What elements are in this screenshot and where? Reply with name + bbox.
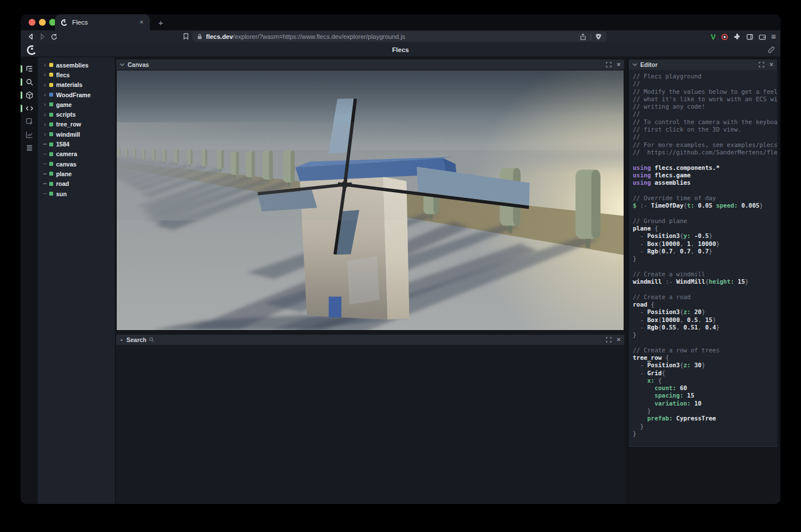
code-line bbox=[633, 263, 778, 270]
forward-button[interactable] bbox=[37, 33, 48, 41]
entity-kind-square bbox=[49, 142, 53, 146]
traffic-close-button[interactable] bbox=[29, 19, 35, 26]
code-line: // Create a road bbox=[633, 293, 778, 301]
brave-shield-icon[interactable] bbox=[595, 33, 602, 41]
tool-stats-icon[interactable] bbox=[21, 128, 38, 141]
traffic-minimize-button[interactable] bbox=[39, 19, 46, 26]
code-line: } bbox=[633, 255, 778, 263]
tree-shade bbox=[592, 170, 601, 239]
tree-item-road[interactable]: road bbox=[38, 179, 115, 189]
tree-item-plane[interactable]: plane bbox=[38, 169, 115, 178]
tree-item-canvas[interactable]: canvas bbox=[38, 159, 115, 169]
entity-kind-square bbox=[49, 73, 53, 77]
link-icon[interactable] bbox=[767, 46, 775, 54]
tool-log-icon[interactable] bbox=[21, 141, 38, 154]
tree-item-assemblies[interactable]: ›assemblies bbox=[38, 60, 115, 70]
canvas-panel-header[interactable]: Canvas ✕ bbox=[116, 59, 624, 70]
tree-item-flecs[interactable]: ›flecs bbox=[38, 70, 115, 80]
tree-item-materials[interactable]: ›materials bbox=[38, 80, 115, 90]
chevron-down-icon[interactable] bbox=[632, 63, 637, 66]
vimium-extension-icon[interactable]: V bbox=[711, 33, 716, 41]
url-domain: flecs.dev bbox=[206, 33, 233, 40]
tree-item-sun[interactable]: sun bbox=[38, 189, 115, 198]
sidebar-toggle-icon[interactable] bbox=[183, 33, 189, 40]
tree-item-game[interactable]: ›game bbox=[38, 100, 115, 109]
fullscreen-icon[interactable] bbox=[606, 337, 612, 343]
leaf-dash-icon bbox=[42, 164, 48, 165]
collapse-dot-icon[interactable] bbox=[121, 339, 122, 341]
fullscreen-icon[interactable] bbox=[606, 62, 612, 68]
menu-icon[interactable]: ≡ bbox=[771, 32, 776, 41]
expand-chevron-icon[interactable]: › bbox=[42, 112, 48, 118]
code-line: - Rgb{0.55, 0.51, 0.4} bbox=[633, 324, 778, 331]
wallet-icon[interactable] bbox=[759, 33, 766, 41]
expand-chevron-icon[interactable]: › bbox=[42, 121, 48, 128]
tree-trunk bbox=[508, 224, 512, 233]
close-icon[interactable]: ✕ bbox=[616, 337, 621, 343]
share-icon[interactable] bbox=[580, 33, 586, 41]
tree-item-windmill[interactable]: ›windmill bbox=[38, 129, 115, 139]
tree-item-camera[interactable]: camera bbox=[38, 149, 115, 159]
tree-item-tree_row[interactable]: ›tree_row bbox=[38, 120, 115, 129]
search-results-area[interactable] bbox=[116, 345, 624, 504]
tab-strip: Flecs ✕ + bbox=[21, 14, 780, 30]
record-extension-icon[interactable] bbox=[721, 33, 728, 41]
tool-code-icon[interactable] bbox=[21, 102, 38, 115]
entity-tree-icon bbox=[25, 65, 34, 73]
fullscreen-icon[interactable] bbox=[759, 62, 764, 68]
entity-kind-square bbox=[49, 182, 53, 186]
back-button[interactable] bbox=[25, 33, 37, 41]
tool-scene-icon[interactable] bbox=[21, 89, 38, 102]
editor-panel-header[interactable]: Editor ✕ bbox=[629, 59, 777, 70]
code-line: plane { bbox=[633, 225, 778, 232]
leaf-dash-icon bbox=[42, 193, 48, 194]
chevron-down-icon[interactable] bbox=[120, 63, 125, 66]
expand-chevron-icon[interactable]: › bbox=[42, 62, 48, 68]
leaf-dash-icon bbox=[42, 183, 48, 184]
tree-item-scripts[interactable]: ›scripts bbox=[38, 109, 115, 119]
code-icon bbox=[25, 104, 34, 113]
side-panel-icon[interactable] bbox=[746, 33, 754, 41]
editor-panel-title: Editor bbox=[640, 61, 657, 68]
divider bbox=[590, 34, 591, 40]
code-line: using flecs.game bbox=[633, 172, 778, 179]
expand-chevron-icon[interactable]: › bbox=[42, 82, 48, 88]
tree-item-label: road bbox=[56, 180, 69, 187]
entity-kind-square bbox=[49, 132, 53, 136]
lock-icon bbox=[197, 33, 203, 40]
code-line bbox=[633, 209, 778, 217]
code-line: // writing any code! bbox=[633, 103, 778, 110]
search-panel: Search ✕ bbox=[116, 335, 624, 504]
close-icon[interactable]: ✕ bbox=[616, 62, 621, 68]
url-bar[interactable]: flecs.dev/explorer/?wasm=https://www.fle… bbox=[192, 31, 606, 42]
search-panel-header[interactable]: Search ✕ bbox=[116, 335, 624, 345]
reload-button[interactable] bbox=[48, 33, 60, 41]
code-line: x: { bbox=[633, 377, 778, 384]
code-editor[interactable]: // Flecs playground//// Modify the value… bbox=[629, 70, 778, 447]
expand-chevron-icon[interactable]: › bbox=[42, 101, 48, 108]
tree-item-1584[interactable]: 1584 bbox=[38, 139, 115, 149]
entity-kind-square bbox=[49, 113, 53, 117]
flecs-favicon bbox=[61, 19, 68, 26]
tool-entity-tree-icon[interactable] bbox=[21, 62, 38, 76]
expand-chevron-icon[interactable]: › bbox=[42, 131, 48, 137]
extensions-puzzle-icon[interactable] bbox=[733, 33, 741, 41]
expand-chevron-icon[interactable]: › bbox=[42, 72, 48, 78]
canvas-panel: Canvas ✕ bbox=[116, 59, 624, 331]
tree-item-label: scripts bbox=[56, 111, 76, 118]
tree-item-WoodFrame[interactable]: ›WoodFrame bbox=[38, 90, 115, 100]
tab-flecs[interactable]: Flecs ✕ bbox=[55, 14, 150, 30]
new-tab-button[interactable]: + bbox=[154, 16, 167, 29]
expand-chevron-icon[interactable]: › bbox=[42, 92, 48, 98]
tool-inspect-icon[interactable] bbox=[21, 115, 38, 128]
tree-item-label: canvas bbox=[56, 161, 77, 168]
close-icon[interactable]: ✕ bbox=[769, 62, 774, 68]
code-line: // To control the camera with the keyboa… bbox=[633, 118, 778, 126]
3d-viewport[interactable] bbox=[116, 70, 624, 331]
tab-close-icon[interactable]: ✕ bbox=[137, 18, 145, 26]
tool-search-icon[interactable] bbox=[21, 76, 38, 89]
entity-kind-square bbox=[49, 172, 53, 176]
code-line: } bbox=[633, 331, 778, 339]
tree-item-label: windmill bbox=[56, 131, 80, 138]
3d-scene bbox=[117, 70, 624, 330]
